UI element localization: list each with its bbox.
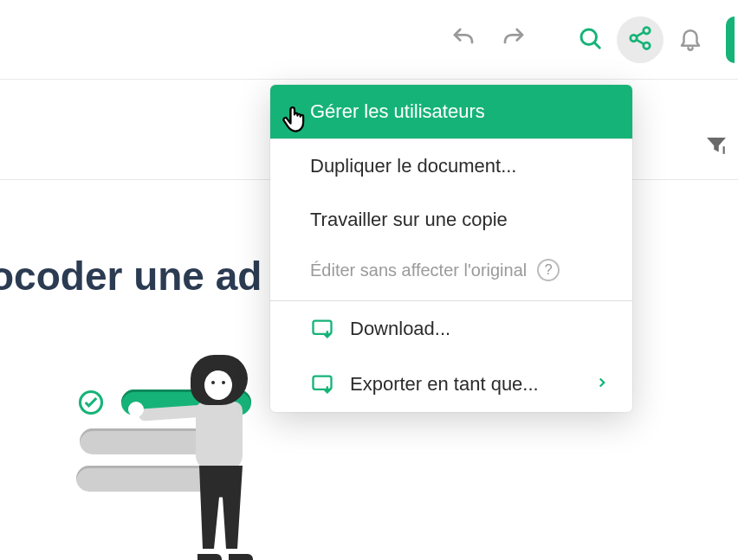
export-icon (310, 372, 334, 396)
search-button[interactable] (566, 16, 613, 63)
bell-icon (677, 25, 703, 54)
download-icon (310, 317, 334, 341)
menu-item-label: Exporter en tant que... (350, 373, 539, 396)
menu-item-work-on-copy[interactable]: Travailler sur une copie (270, 193, 632, 247)
menu-note-text: Éditer sans affecter l'original (310, 261, 527, 280)
menu-item-label: Dupliquer le document... (310, 155, 516, 177)
notifications-button[interactable] (667, 16, 714, 63)
menu-item-label: Download... (350, 318, 450, 340)
share-menu: Gérer les utilisateurs Dupliquer le docu… (270, 85, 632, 412)
menu-note: Éditer sans affecter l'original ? (270, 247, 632, 300)
share-icon (627, 25, 653, 54)
illustration-figure (165, 355, 269, 560)
menu-item-label: Travailler sur une copie (310, 209, 508, 231)
menu-item-label: Gérer les utilisateurs (310, 100, 485, 123)
svg-line-6 (637, 40, 644, 44)
page-title: ocoder une ad (0, 253, 262, 299)
top-toolbar (0, 0, 738, 80)
svg-rect-10 (314, 321, 332, 334)
filter-icon[interactable] (705, 133, 728, 159)
hero-illustration (69, 364, 277, 560)
svg-line-5 (637, 32, 644, 36)
undo-button[interactable] (440, 16, 487, 63)
check-icon (78, 389, 104, 415)
svg-rect-11 (314, 377, 332, 389)
menu-item-export-as[interactable]: Exporter en tant que... (270, 357, 632, 412)
menu-item-manage-users[interactable]: Gérer les utilisateurs (270, 85, 632, 138)
svg-line-1 (594, 42, 599, 48)
avatar[interactable] (726, 16, 735, 63)
menu-item-duplicate[interactable]: Dupliquer le document... (270, 139, 632, 193)
share-button[interactable] (617, 16, 664, 63)
help-icon[interactable]: ? (537, 259, 560, 281)
menu-item-download[interactable]: Download... (270, 301, 632, 357)
chevron-right-icon (594, 373, 610, 396)
search-icon (577, 25, 603, 54)
undo-icon (450, 25, 476, 54)
redo-button[interactable] (490, 16, 537, 63)
redo-icon (501, 25, 527, 54)
